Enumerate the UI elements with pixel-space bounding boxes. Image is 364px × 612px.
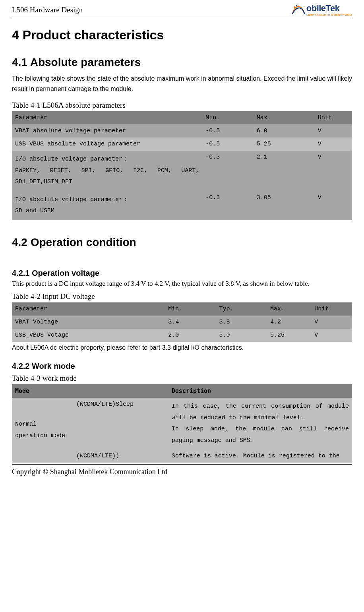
cell-submode: (WCDMA/LTE)) [73, 449, 168, 463]
table-header-row: Parameter Min. Typ. Max. Unit [12, 302, 352, 316]
cell-max: 5.25 [267, 329, 311, 342]
logo-swoosh-icon [291, 4, 306, 15]
page-header: L506 Hardware Design obileTek Smart solu… [12, 0, 352, 18]
cell-max: 2.1 [254, 151, 315, 191]
section-4-2-heading: 4.2 Operation condition [12, 236, 352, 249]
cell-param: VBAT Voltage [12, 316, 165, 329]
col-min: Min. [165, 302, 216, 316]
col-parameter: Parameter [12, 302, 165, 316]
cell-unit: V [315, 124, 352, 138]
brand-logo: obileTek Smart solution for a smarter wo… [291, 3, 352, 16]
logo-tagline: Smart solution for a smarter world [306, 14, 352, 16]
svg-point-0 [294, 6, 295, 8]
table-absolute-parameters: Parameter Min. Max. Unit VBAT absolute v… [12, 111, 352, 220]
col-parameter: Parameter [12, 111, 202, 124]
cell-min: -0.3 [202, 151, 253, 191]
cell-unit: V [315, 138, 352, 151]
section-4-1-intro: The following table shows the state of t… [12, 74, 352, 94]
cell-description: In this case, the current consumption of… [168, 398, 352, 449]
page-footer: Copyright © Shanghai Mobiletek Communica… [12, 464, 352, 476]
cell-unit: V [311, 329, 352, 342]
col-max: Max. [254, 111, 315, 124]
cell-max: 5.25 [254, 138, 315, 151]
table-work-mode: Mode Description Normal operation mode (… [12, 384, 352, 463]
table-row: USB_VBUS Votage 2.0 5.0 5.25 V [12, 329, 352, 342]
table-header-row: Parameter Min. Max. Unit [12, 111, 352, 124]
table-header-row: Mode Description [12, 384, 352, 398]
col-min: Min. [202, 111, 253, 124]
cell-mode: Normal operation mode [12, 398, 73, 463]
svg-point-1 [296, 5, 298, 6]
table-row: I/O absolute voltage parameter： SD and U… [12, 191, 352, 220]
table-4-2-caption: Table 4-2 Input DC voltage [12, 292, 352, 301]
cell-param: USB_VBUS absolute voltage parameter [12, 138, 202, 151]
logo-text-group: obileTek Smart solution for a smarter wo… [306, 3, 352, 16]
cell-unit: V [311, 316, 352, 329]
col-max: Max. [267, 302, 311, 316]
cell-typ: 3.8 [216, 316, 267, 329]
table-4-3-caption: Table 4-3 work mode [12, 374, 352, 383]
col-typ: Typ. [216, 302, 267, 316]
cell-min: 3.4 [165, 316, 216, 329]
cell-max: 6.0 [254, 124, 315, 138]
col-description: Description [168, 384, 352, 398]
doc-title: L506 Hardware Design [12, 6, 83, 14]
section-4-heading: 4 Product characteristics [12, 28, 352, 43]
cell-min: -0.5 [202, 124, 253, 138]
logo-brand-text: obileTek [306, 3, 340, 14]
cell-param: VBAT absolute voltage parameter [12, 124, 202, 138]
copyright-text: Copyright © Shanghai Mobiletek Communica… [12, 468, 167, 476]
cell-min: -0.5 [202, 138, 253, 151]
table-row: VBAT absolute voltage parameter -0.5 6.0… [12, 124, 352, 138]
cell-min: -0.3 [202, 191, 253, 220]
cell-min: 2.0 [165, 329, 216, 342]
col-unit: Unit [315, 111, 352, 124]
section-4-1-heading: 4.1 Absolute parameters [12, 56, 352, 69]
section-4-2-1-note: About L506A dc electric property, please… [12, 344, 352, 351]
cell-max: 3.05 [254, 191, 315, 220]
table-4-1-caption: Table 4-1 L506A absolute parameters [12, 101, 352, 110]
cell-unit: V [315, 151, 352, 191]
table-input-dc-voltage: Parameter Min. Typ. Max. Unit VBAT Volta… [12, 302, 352, 342]
col-mode: Mode [12, 384, 168, 398]
cell-param: I/O absolute voltage parameter： PWRKEY, … [12, 151, 202, 191]
cell-param: I/O absolute voltage parameter： SD and U… [12, 191, 202, 220]
cell-typ: 5.0 [216, 329, 267, 342]
table-row: USB_VBUS absolute voltage parameter -0.5… [12, 138, 352, 151]
col-unit: Unit [311, 302, 352, 316]
cell-description: Software is active. Module is registered… [168, 449, 352, 463]
table-row: VBAT Voltage 3.4 3.8 4.2 V [12, 316, 352, 329]
section-4-2-1-intro: This product is a DC input voltage range… [12, 279, 352, 289]
cell-max: 4.2 [267, 316, 311, 329]
table-row: I/O absolute voltage parameter： PWRKEY, … [12, 151, 352, 191]
cell-param: USB_VBUS Votage [12, 329, 165, 342]
cell-submode: (WCDMA/LTE)Sleep [73, 398, 168, 449]
table-row: Normal operation mode (WCDMA/LTE)Sleep I… [12, 398, 352, 449]
section-4-2-1-heading: 4.2.1 Operation voltage [12, 269, 352, 278]
cell-unit: V [315, 191, 352, 220]
section-4-2-2-heading: 4.2.2 Work mode [12, 362, 352, 371]
